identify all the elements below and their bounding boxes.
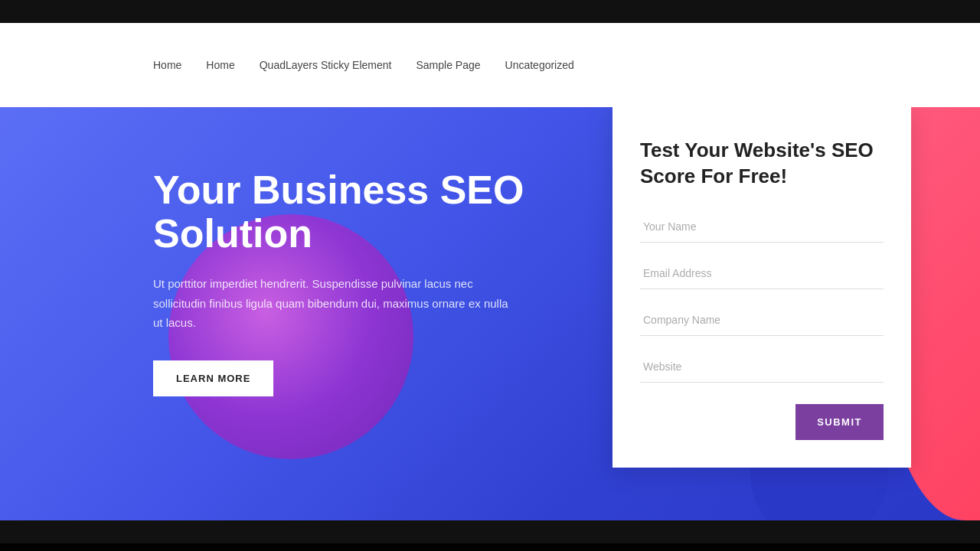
nav-item-uncategorized[interactable]: Uncategorized: [505, 59, 574, 71]
submit-button[interactable]: SUBMIT: [795, 404, 884, 440]
bottom-bar: [0, 520, 980, 543]
nav-item-sample[interactable]: Sample Page: [416, 59, 480, 71]
website-input[interactable]: [640, 351, 884, 383]
your-name-input[interactable]: [640, 211, 884, 243]
nav-item-home2[interactable]: Home: [206, 59, 234, 71]
email-address-input[interactable]: [640, 258, 884, 289]
hero-description: Ut porttitor imperdiet hendrerit. Suspen…: [153, 274, 521, 333]
learn-more-button[interactable]: LEARN MORE: [153, 360, 273, 396]
company-name-input[interactable]: [640, 305, 884, 336]
seo-form-card: Test Your Website's SEO Score For Free! …: [612, 107, 911, 468]
hero-section: Your Business SEO Solution Ut porttitor …: [0, 107, 980, 520]
hero-content: Your Business SEO Solution Ut porttitor …: [0, 107, 539, 396]
nav-links: Home Home QuadLayers Sticky Element Samp…: [153, 58, 574, 72]
nav-item-quadlayers[interactable]: QuadLayers Sticky Element: [260, 59, 392, 71]
form-title: Test Your Website's SEO Score For Free!: [640, 138, 884, 190]
navbar: Home Home QuadLayers Sticky Element Samp…: [0, 23, 980, 107]
hero-title: Your Business SEO Solution: [153, 168, 539, 256]
nav-item-home1[interactable]: Home: [153, 59, 181, 71]
top-bar: [0, 0, 980, 23]
